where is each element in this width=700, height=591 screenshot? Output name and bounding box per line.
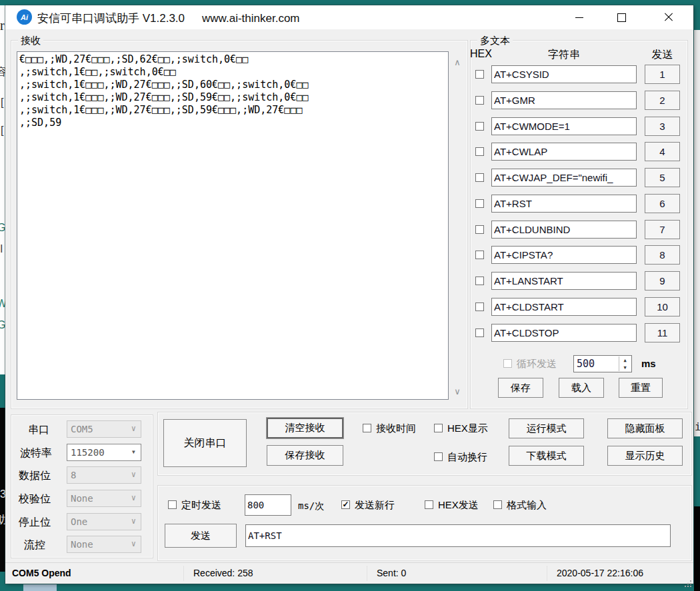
titlebar[interactable]: Ai 安信可串口调试助手 V1.2.3.0www.ai-thinker.com	[5, 5, 693, 29]
backdrop-left-window: r 容 [ [ G I W G	[0, 5, 5, 374]
send-slot-button[interactable]: 7	[645, 220, 680, 239]
backdrop-glyph: G	[0, 320, 5, 330]
command-input[interactable]	[491, 298, 637, 316]
backdrop-glyph: i	[695, 422, 700, 432]
spinner-up-icon[interactable]: ▲	[619, 356, 631, 364]
hex-send-label: HEX发送	[438, 499, 479, 512]
save-receive-button[interactable]: 保存接收	[267, 445, 343, 466]
serial-port-select[interactable]: COM5	[67, 420, 141, 438]
receive-time-label: 接收时间	[376, 422, 416, 435]
hex-checkbox[interactable]	[475, 96, 484, 105]
receive-time-checkbox[interactable]	[363, 424, 371, 432]
loop-interval-spinner[interactable]: 500 ▲▼	[573, 355, 632, 372]
send-slot-button[interactable]: 4	[645, 142, 680, 161]
receive-textarea[interactable]: €□□□,;WD,27€□□□,;SD,62€□□,;switch,0€□□ ,…	[17, 51, 449, 400]
command-input[interactable]	[491, 195, 637, 213]
send-slot-button[interactable]: 3	[645, 117, 680, 136]
hex-checkbox[interactable]	[475, 251, 484, 259]
send-slot-button[interactable]: 9	[645, 271, 680, 291]
send-slot-button[interactable]: 5	[645, 168, 680, 187]
hex-send-checkbox[interactable]	[425, 500, 433, 509]
hide-panel-button[interactable]: 隐藏面板	[607, 418, 683, 438]
backdrop-glyph: I	[0, 244, 3, 255]
backdrop-right-dark-window	[694, 506, 700, 591]
command-input[interactable]	[491, 143, 637, 161]
auto-newline-checkbox[interactable]	[434, 452, 443, 461]
command-input[interactable]	[491, 246, 637, 264]
close-button[interactable]	[653, 5, 683, 29]
send-slot-button[interactable]: 2	[645, 91, 680, 110]
send-button[interactable]: 发送	[165, 524, 237, 548]
spinner-arrows[interactable]: ▲▼	[619, 356, 631, 371]
download-mode-button[interactable]: 下载模式	[509, 446, 584, 466]
baud-rate-label: 波特率	[20, 446, 52, 460]
stop-bits-select[interactable]: One	[67, 513, 141, 530]
hex-checkbox[interactable]	[475, 147, 484, 156]
save-button[interactable]: 保存	[498, 378, 543, 398]
hex-display-label: HEX显示	[447, 422, 488, 435]
send-slot-button[interactable]: 11	[645, 323, 680, 342]
send-slot-button[interactable]: 6	[645, 194, 680, 213]
resize-grip-icon[interactable]	[690, 580, 691, 582]
backdrop-taskbar-item	[23, 584, 57, 591]
hex-checkbox[interactable]	[475, 173, 484, 182]
backdrop-glyph: W	[0, 298, 5, 309]
send-slot-button[interactable]: 8	[645, 245, 680, 265]
string-column-header: 字符串	[491, 48, 637, 62]
command-input[interactable]	[491, 221, 637, 239]
run-mode-button[interactable]: 运行模式	[509, 418, 584, 438]
timed-send-checkbox[interactable]	[168, 500, 177, 509]
hex-checkbox[interactable]	[475, 277, 484, 285]
load-button[interactable]: 载入	[559, 378, 604, 398]
hex-checkbox[interactable]	[475, 122, 484, 131]
minimize-icon	[575, 17, 583, 18]
scroll-down-icon[interactable]: ∨	[451, 386, 464, 396]
hex-display-checkbox[interactable]	[434, 424, 443, 432]
flow-control-select[interactable]: None	[67, 536, 141, 553]
command-input[interactable]	[491, 272, 637, 290]
status-port: COM5 Opend	[12, 568, 71, 578]
backdrop-left-dark-window: 3 助	[0, 408, 5, 572]
maximize-icon	[617, 13, 626, 22]
backdrop-glyph: [	[1, 97, 3, 108]
send-newline-label: 发送新行	[355, 499, 395, 512]
hex-checkbox[interactable]	[475, 70, 484, 79]
backdrop-glyph: 3	[0, 489, 5, 500]
loop-send-checkbox[interactable]	[503, 359, 512, 368]
send-input[interactable]	[245, 524, 671, 547]
flow-control-label: 流控	[24, 538, 45, 552]
format-input-checkbox[interactable]	[493, 500, 502, 509]
hex-checkbox[interactable]	[475, 199, 484, 208]
show-history-button[interactable]: 显示历史	[607, 446, 683, 466]
multitext-panel-title: 多文本	[477, 35, 513, 46]
parity-select[interactable]: None	[67, 490, 141, 507]
scroll-up-icon[interactable]: ∧	[451, 57, 464, 67]
command-input[interactable]	[491, 91, 637, 109]
command-input[interactable]	[491, 324, 637, 342]
reset-button[interactable]: 重置	[619, 378, 663, 398]
hex-checkbox[interactable]	[475, 328, 484, 337]
command-input[interactable]	[491, 169, 637, 187]
close-serial-button[interactable]: 关闭串口	[163, 419, 247, 467]
spinner-down-icon[interactable]: ▼	[619, 364, 631, 371]
serial-port-value: COM5	[71, 424, 93, 434]
timed-interval-input[interactable]	[245, 494, 291, 516]
command-input[interactable]	[491, 65, 637, 83]
hex-checkbox[interactable]	[475, 225, 484, 234]
send-newline-checkbox[interactable]	[341, 500, 350, 509]
data-bits-select[interactable]: 8	[67, 466, 141, 484]
command-input[interactable]	[491, 117, 637, 135]
hex-column-header: HEX	[470, 48, 492, 60]
interval-unit-label: ms/次	[298, 500, 324, 512]
send-slot-button[interactable]: 10	[645, 297, 680, 316]
maximize-button[interactable]	[607, 5, 637, 29]
loop-interval-value: 500	[577, 358, 595, 370]
status-separator	[547, 566, 547, 581]
hex-checkbox[interactable]	[475, 302, 484, 311]
baud-rate-select[interactable]: 115200	[67, 444, 141, 461]
data-bits-label: 数据位	[19, 469, 51, 483]
minimize-button[interactable]	[564, 5, 594, 29]
send-slot-button[interactable]: 1	[645, 65, 680, 84]
clear-receive-button[interactable]: 清空接收	[267, 418, 343, 438]
parity-value: None	[71, 493, 93, 504]
